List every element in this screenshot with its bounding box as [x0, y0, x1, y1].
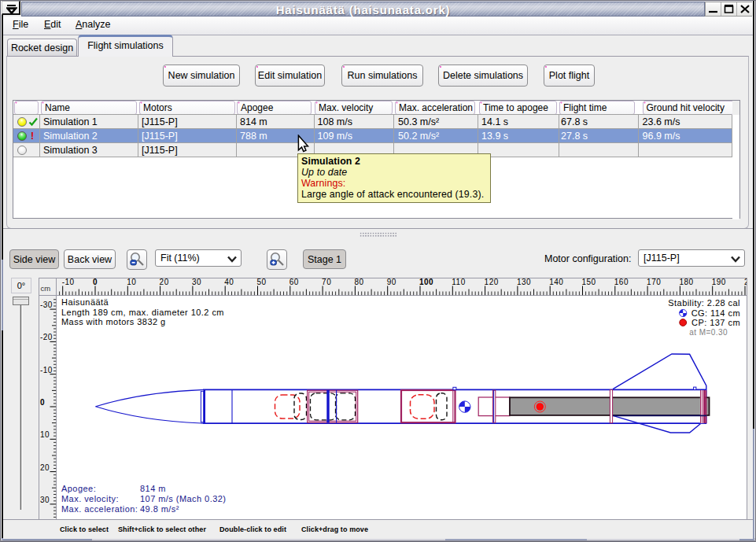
- svg-text:80: 80: [354, 278, 363, 286]
- svg-text:Stability: 2.28 cal: Stability: 2.28 cal: [668, 298, 740, 308]
- svg-text:Max. velocity:: Max. velocity:: [61, 494, 119, 503]
- svg-text:0°: 0°: [17, 281, 26, 290]
- svg-text:cm: cm: [41, 284, 51, 293]
- svg-text:120: 120: [485, 278, 499, 286]
- svg-text:0: 0: [93, 278, 98, 286]
- svg-text:-30: -30: [40, 300, 53, 309]
- svg-text:40: 40: [224, 278, 234, 286]
- svg-text:0: 0: [40, 398, 45, 407]
- svg-text:49.8 m/s²: 49.8 m/s²: [140, 504, 179, 514]
- svg-text:150: 150: [582, 278, 596, 286]
- svg-text:CP: 137 cm: CP: 137 cm: [691, 318, 740, 327]
- svg-text:Max. acceleration:: Max. acceleration:: [61, 504, 138, 514]
- svg-text:160: 160: [614, 278, 629, 286]
- svg-text:180: 180: [679, 278, 693, 286]
- svg-text:-10: -10: [40, 366, 53, 374]
- svg-text:-10: -10: [62, 278, 75, 286]
- svg-text:Length 189 cm, max. diameter 1: Length 189 cm, max. diameter 10.2 cm: [61, 308, 224, 317]
- svg-text:190: 190: [712, 278, 726, 286]
- svg-text:60: 60: [289, 278, 299, 286]
- svg-text:Mass with motors 3832 g: Mass with motors 3832 g: [61, 317, 166, 326]
- svg-text:20: 20: [40, 463, 50, 472]
- svg-text:at M=0.30: at M=0.30: [689, 328, 728, 337]
- svg-text:110: 110: [452, 278, 465, 286]
- svg-text:100: 100: [419, 278, 433, 286]
- svg-text:-20: -20: [40, 333, 53, 341]
- svg-text:10: 10: [40, 430, 50, 439]
- svg-text:140: 140: [549, 278, 563, 286]
- svg-text:Haisunäätä: Haisunäätä: [61, 297, 109, 307]
- svg-text:10: 10: [127, 278, 136, 286]
- svg-text:200: 200: [744, 278, 748, 286]
- svg-text:CG: 114 cm: CG: 114 cm: [691, 308, 740, 318]
- svg-text:814 m: 814 m: [140, 484, 166, 493]
- svg-text:20: 20: [160, 278, 169, 286]
- svg-text:30: 30: [40, 496, 50, 504]
- svg-text:70: 70: [322, 278, 331, 286]
- svg-text:90: 90: [387, 278, 396, 286]
- svg-text:130: 130: [517, 278, 531, 286]
- svg-text:Apogee:: Apogee:: [61, 484, 96, 493]
- svg-text:50: 50: [257, 278, 267, 286]
- svg-text:170: 170: [647, 278, 661, 286]
- svg-text:107 m/s (Mach 0.32): 107 m/s (Mach 0.32): [140, 494, 226, 503]
- svg-text:30: 30: [192, 278, 201, 286]
